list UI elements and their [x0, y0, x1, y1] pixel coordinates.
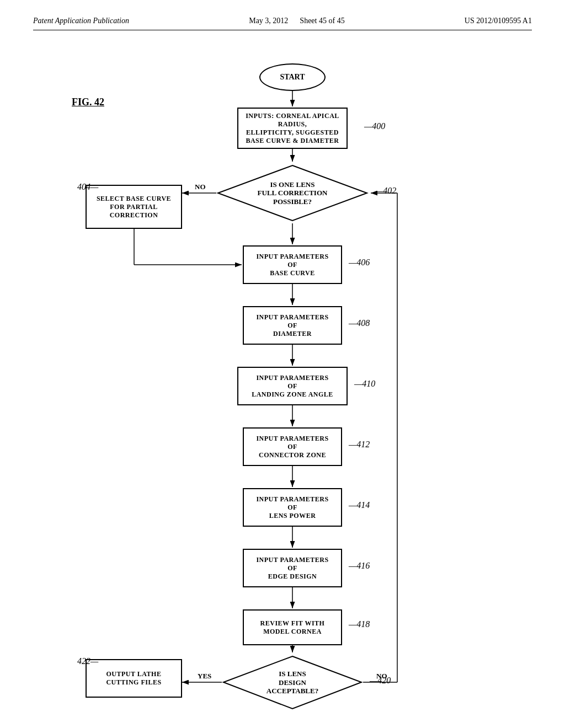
ref-406: —406 — [349, 258, 370, 267]
ref-408: —408 — [349, 318, 370, 328]
ref-402: —402 — [375, 186, 396, 196]
page: Patent Application Publication May 3, 20… — [0, 0, 565, 728]
box-408: INPUT PARAMETERSOFDIAMETER — [243, 306, 342, 345]
ref-414: —414 — [349, 500, 370, 510]
start-label: START — [280, 73, 305, 82]
ref-404: 404— — [77, 182, 98, 192]
header-patent-number: US 2012/0109595 A1 — [465, 17, 532, 25]
svg-text:YES: YES — [198, 672, 211, 680]
box-422-label: OUTPUT LATHECUTTING FILES — [106, 670, 161, 687]
select-404-box: SELECT BASE CURVEFOR PARTIALCORRECTION — [86, 185, 182, 229]
header-publication-type: Patent Application Publication — [33, 17, 129, 25]
ref-422: 422— — [77, 656, 98, 666]
figure-label: FIG. 42 — [72, 97, 104, 108]
box-418: REVIEW FIT WITHMODEL CORNEA — [243, 609, 342, 645]
decision-420-label: IS LENSDESIGNACCEPTABLE? — [266, 670, 318, 695]
box-412: INPUT PARAMETERSOFCONNECTOR ZONE — [243, 427, 342, 466]
box-414: INPUT PARAMETERSOFLENS POWER — [243, 488, 342, 527]
select-404-label: SELECT BASE CURVEFOR PARTIALCORRECTION — [97, 195, 171, 220]
box-410-label: INPUT PARAMETERSOFLANDING ZONE ANGLE — [252, 374, 333, 399]
decision-402: IS ONE LENSFULL CORRECTIONPOSSIBLE? — [215, 163, 370, 223]
box-416-label: INPUT PARAMETERSOFEDGE DESIGN — [256, 556, 328, 581]
box-406-label: INPUT PARAMETERSOFBASE CURVE — [256, 253, 328, 277]
ref-400: —400 — [364, 121, 385, 131]
diagram-area: FIG. 42 START INPUTS: CORNEAL APICAL RAD… — [33, 47, 532, 687]
page-header: Patent Application Publication May 3, 20… — [33, 17, 532, 30]
start-node: START — [259, 63, 326, 91]
header-date: May 3, 2012 — [249, 17, 288, 25]
header-date-sheet: May 3, 2012 Sheet 45 of 45 — [249, 17, 344, 25]
box-408-label: INPUT PARAMETERSOFDIAMETER — [256, 313, 328, 338]
box-406: INPUT PARAMETERSOFBASE CURVE — [243, 245, 342, 284]
box-414-label: INPUT PARAMETERSOFLENS POWER — [256, 495, 328, 520]
decision-402-label: IS ONE LENSFULL CORRECTIONPOSSIBLE? — [258, 180, 328, 206]
ref-416: —416 — [349, 561, 370, 571]
box-418-label: REVIEW FIT WITHMODEL CORNEA — [260, 619, 325, 636]
decision-420: IS LENSDESIGNACCEPTABLE? — [221, 654, 364, 711]
ref-412: —412 — [349, 440, 370, 449]
svg-text:NO: NO — [195, 183, 206, 191]
box-412-label: INPUT PARAMETERSOFCONNECTOR ZONE — [256, 435, 328, 459]
inputs-box: INPUTS: CORNEAL APICAL RADIUS,ELLIPTICIT… — [237, 108, 348, 149]
inputs-label: INPUTS: CORNEAL APICAL RADIUS,ELLIPTICIT… — [238, 112, 347, 145]
header-sheet: Sheet 45 of 45 — [300, 17, 344, 25]
box-410: INPUT PARAMETERSOFLANDING ZONE ANGLE — [237, 367, 348, 405]
box-416: INPUT PARAMETERSOFEDGE DESIGN — [243, 549, 342, 587]
ref-418: —418 — [349, 619, 370, 629]
ref-420: —420 — [370, 676, 391, 686]
box-422: OUTPUT LATHECUTTING FILES — [86, 659, 182, 698]
ref-410: —410 — [354, 379, 375, 389]
